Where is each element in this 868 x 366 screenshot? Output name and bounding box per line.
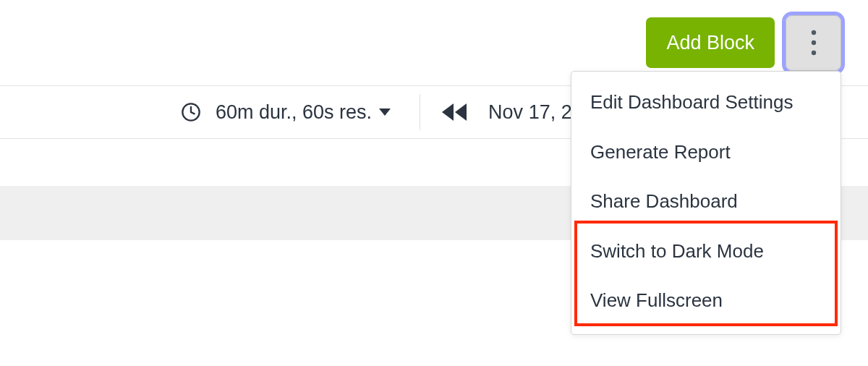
menu-item-share-dashboard[interactable]: Share Dashboard bbox=[571, 176, 841, 226]
more-options-button[interactable] bbox=[786, 15, 841, 71]
rewind-icon bbox=[442, 103, 467, 121]
time-range-label: 60m dur., 60s res. bbox=[216, 101, 372, 124]
toolbar-divider bbox=[420, 94, 420, 130]
svg-point-0 bbox=[811, 30, 815, 35]
menu-item-view-fullscreen[interactable]: View Fullscreen bbox=[571, 276, 841, 325]
date-display[interactable]: Nov 17, 20 bbox=[488, 101, 583, 124]
vertical-ellipsis-icon bbox=[811, 30, 817, 56]
add-block-button[interactable]: Add Block bbox=[646, 17, 775, 68]
menu-item-generate-report[interactable]: Generate Report bbox=[571, 127, 841, 177]
clock-icon bbox=[181, 102, 201, 122]
step-back-button[interactable] bbox=[442, 103, 467, 121]
svg-point-1 bbox=[811, 41, 815, 45]
svg-point-2 bbox=[811, 51, 815, 55]
time-range-selector[interactable]: 60m dur., 60s res. bbox=[174, 101, 398, 124]
menu-item-switch-dark-mode[interactable]: Switch to Dark Mode bbox=[571, 226, 841, 276]
menu-item-edit-settings[interactable]: Edit Dashboard Settings bbox=[571, 77, 841, 127]
caret-down-icon bbox=[379, 108, 391, 116]
more-options-menu: Edit Dashboard Settings Generate Report … bbox=[571, 71, 841, 335]
